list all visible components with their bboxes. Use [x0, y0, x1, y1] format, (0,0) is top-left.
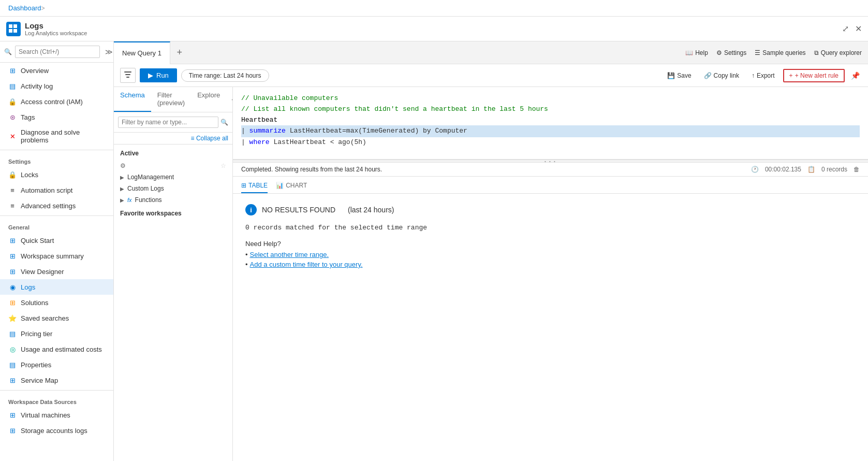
- sidebar-item-access-control[interactable]: 🔒 Access control (IAM): [0, 94, 113, 109]
- toolbar-left: ▶ Run Time range: Last 24 hours: [120, 68, 269, 83]
- app-title: Logs: [25, 21, 87, 30]
- need-help-label: Need Help?: [245, 240, 856, 248]
- query-explorer-icon: ⧉: [814, 49, 819, 56]
- pin-button[interactable]: 📌: [849, 69, 862, 82]
- search-input[interactable]: [15, 46, 100, 58]
- logmanagement-label: LogManagement: [127, 174, 174, 181]
- copy-link-icon: 🔗: [704, 72, 712, 79]
- help-link-time-range[interactable]: Select another time range.: [250, 251, 329, 258]
- query-body: Schema Filter (preview) Explore ≪ 🔍 ≡ Co…: [114, 87, 868, 461]
- tab-new-query-1[interactable]: New Query 1: [114, 41, 170, 64]
- chart-icon: 📊: [276, 182, 284, 189]
- help-link-item-1: • Select another time range.: [245, 251, 856, 258]
- schema-filter-input[interactable]: [118, 117, 218, 128]
- tab-add-button[interactable]: +: [170, 41, 189, 64]
- code-editor[interactable]: // Unavailable computers // List all kno…: [233, 87, 868, 160]
- settings-action[interactable]: ⚙ Settings: [716, 49, 746, 56]
- time-range-button[interactable]: Time range: Last 24 hours: [181, 69, 269, 82]
- minimize-icon[interactable]: ⤢: [842, 24, 849, 34]
- query-explorer-action[interactable]: ⧉ Query explorer: [814, 49, 862, 56]
- results-tabs: ⊞ TABLE 📊 CHART: [233, 177, 868, 194]
- service-map-icon: ⊞: [8, 376, 17, 384]
- svg-rect-0: [9, 24, 12, 28]
- sidebar-item-usage-costs[interactable]: ◎ Usage and estimated costs: [0, 341, 113, 357]
- help-action[interactable]: 📖 Help: [685, 49, 708, 56]
- sidebar-label-logs: Logs: [21, 283, 35, 291]
- sidebar-item-virtual-machines[interactable]: ⊞ Virtual machines: [0, 407, 113, 423]
- query-explorer-label: Query explorer: [821, 49, 862, 56]
- solutions-icon: ⊞: [8, 298, 17, 307]
- view-designer-icon: ⊞: [8, 267, 17, 276]
- functions-arrow: ▶: [120, 197, 124, 203]
- sidebar-item-properties[interactable]: ▤ Properties: [0, 357, 113, 372]
- sample-queries-label: Sample queries: [762, 49, 805, 56]
- properties-icon: ▤: [8, 361, 17, 369]
- sample-queries-action[interactable]: ☰ Sample queries: [755, 49, 805, 56]
- help-link-custom-filter[interactable]: Add a custom time filter to your query.: [250, 261, 363, 268]
- star-fav-icon[interactable]: ☆: [220, 162, 226, 169]
- schema-search-container: 🔍: [114, 112, 232, 133]
- sidebar-item-advanced-settings[interactable]: ≡ Advanced settings: [0, 198, 113, 213]
- schema-tree-functions[interactable]: ▶ fx Functions: [114, 194, 232, 206]
- chart-label: CHART: [286, 182, 307, 189]
- sidebar-item-workspace-summary[interactable]: ⊞ Workspace summary: [0, 248, 113, 264]
- sidebar-item-pricing-tier[interactable]: ▤ Pricing tier: [0, 326, 113, 341]
- run-button[interactable]: ▶ Run: [140, 68, 177, 82]
- save-button[interactable]: 💾 Save: [663, 70, 695, 81]
- sidebar-item-logs[interactable]: ◉ Logs: [0, 279, 113, 295]
- schema-panel-collapse-button[interactable]: ≪: [226, 87, 233, 112]
- clock-icon: 🕐: [751, 166, 759, 173]
- schema-tabs: Schema Filter (preview) Explore ≪: [114, 87, 232, 112]
- filter-settings-button[interactable]: [120, 68, 136, 83]
- functions-fx-icon: fx: [127, 197, 132, 203]
- sidebar-item-solutions[interactable]: ⊞ Solutions: [0, 295, 113, 310]
- help-label: Help: [695, 49, 708, 56]
- diagnose-icon: ✕: [8, 132, 17, 140]
- sidebar-item-overview[interactable]: ⊞ Overview: [0, 63, 113, 78]
- results-tab-table[interactable]: ⊞ TABLE: [241, 179, 268, 193]
- sidebar-item-activity-log[interactable]: ▤ Activity log: [0, 78, 113, 94]
- search-icon: 🔍: [4, 48, 12, 55]
- schema-content: Active ⚙ ☆ ▶ LogManagement ▶ Custom Logs: [114, 145, 232, 461]
- sidebar-label-automation-script: Automation script: [21, 186, 72, 194]
- app-logo-icon: [6, 22, 21, 36]
- schema-tab-filter[interactable]: Filter (preview): [151, 87, 191, 112]
- sidebar-item-saved-searches[interactable]: ⭐ Saved searches: [0, 310, 113, 326]
- main-layout: 🔍 ≫ ⊞ Overview ▤ Activity log 🔒 Access c…: [0, 41, 868, 461]
- sidebar-label-properties: Properties: [21, 361, 51, 369]
- custom-logs-arrow: ▶: [120, 186, 124, 192]
- sample-queries-icon: ☰: [755, 49, 760, 56]
- sidebar-item-locks[interactable]: 🔒 Locks: [0, 167, 113, 182]
- copy-link-button[interactable]: 🔗 Copy link: [700, 70, 743, 81]
- results-tab-chart[interactable]: 📊 CHART: [276, 179, 307, 193]
- sidebar-item-service-map[interactable]: ⊞ Service Map: [0, 372, 113, 388]
- sidebar-collapse-button[interactable]: ≫: [103, 48, 114, 56]
- schema-collapse-all[interactable]: ≡ Collapse all: [114, 133, 232, 145]
- export-button[interactable]: ↑ Export: [747, 70, 779, 81]
- sidebar-item-storage-accounts-logs[interactable]: ⊞ Storage accounts logs: [0, 423, 113, 438]
- schema-favorite-workspaces-label: Favorite workspaces: [114, 206, 232, 221]
- time-elapsed: 00:00:02.135: [765, 166, 801, 173]
- results-area: Completed. Showing results from the last…: [233, 163, 868, 461]
- collapse-all-label: Collapse all: [196, 135, 228, 142]
- sidebar-item-diagnose[interactable]: ✕ Diagnose and solve problems: [0, 125, 113, 148]
- sidebar-item-quick-start[interactable]: ⊞ Quick Start: [0, 233, 113, 248]
- sidebar-label-storage-accounts-logs: Storage accounts logs: [21, 427, 87, 435]
- svg-rect-1: [13, 24, 17, 28]
- sidebar-item-automation-script[interactable]: ≡ Automation script: [0, 182, 113, 198]
- new-alert-rule-button[interactable]: + + New alert rule: [783, 69, 845, 82]
- code-line-4: | summarize LastHeartbeat=max(TimeGenera…: [241, 125, 860, 137]
- sidebar-item-view-designer[interactable]: ⊞ View Designer: [0, 264, 113, 279]
- schema-tree-log-management[interactable]: ▶ LogManagement: [114, 171, 232, 183]
- code-line-3: Heartbeat: [241, 115, 860, 126]
- delete-icon[interactable]: 🗑: [854, 166, 860, 173]
- sidebar-item-tags[interactable]: ⊛ Tags: [0, 109, 113, 125]
- tab-bar: New Query 1 + 📖 Help ⚙ Settings ☰ Sample…: [114, 41, 868, 64]
- schema-tree-custom-logs[interactable]: ▶ Custom Logs: [114, 183, 232, 194]
- breadcrumb-dashboard[interactable]: Dashboard: [8, 4, 41, 12]
- close-icon[interactable]: ✕: [855, 24, 862, 34]
- schema-tab-schema[interactable]: Schema: [114, 87, 151, 112]
- schema-tab-explore[interactable]: Explore: [191, 87, 226, 112]
- sidebar-label-activity-log: Activity log: [21, 82, 53, 90]
- sidebar-label-overview: Overview: [21, 67, 49, 75]
